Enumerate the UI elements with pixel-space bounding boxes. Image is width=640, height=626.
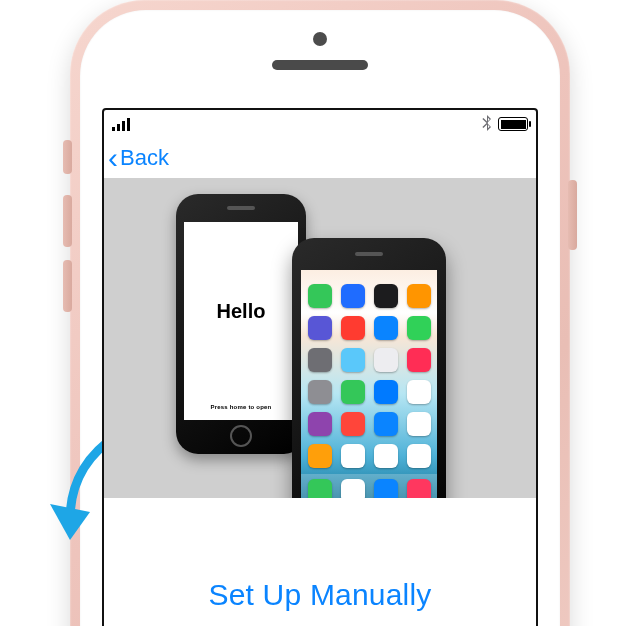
app-icon [374,412,398,436]
status-bar [104,110,536,138]
app-icon [407,348,431,372]
volume-down [63,260,72,312]
status-right [482,115,528,133]
springboard-phone-speaker [355,252,383,256]
app-icon [374,348,398,372]
outer-device-frame: ‹ Back Hello Press home to open [70,0,570,626]
mute-switch [63,140,72,174]
app-icon [374,444,398,468]
hello-phone-screen: Hello Press home to open [184,222,298,420]
app-icon [374,380,398,404]
app-icon [341,444,365,468]
app-icon [308,412,332,436]
bluetooth-icon [482,115,492,133]
app-icon [407,444,431,468]
app-grid [301,280,437,468]
app-icon [407,412,431,436]
hello-phone-home [230,425,252,447]
app-icon [341,284,365,308]
app-icon [341,316,365,340]
app-icon [308,316,332,340]
chevron-left-icon: ‹ [108,143,118,173]
hello-text: Hello [217,300,266,323]
app-icon [374,316,398,340]
manual-area: Set Up Manually [104,498,536,626]
earpiece [272,60,368,70]
cellular-signal-icon [112,117,130,131]
volume-up [63,195,72,247]
hero-illustration: Hello Press home to open [104,178,536,498]
device-screen: ‹ Back Hello Press home to open [102,108,538,626]
press-home-text: Press home to open [211,404,272,410]
springboard-statusbar [301,270,437,280]
app-icon [341,412,365,436]
power-button [568,180,577,250]
app-icon [374,284,398,308]
app-icon [308,348,332,372]
hello-phone-speaker [227,206,255,210]
front-camera [313,32,327,46]
back-label: Back [120,145,169,171]
nav-bar: ‹ Back [104,138,536,178]
app-icon [308,284,332,308]
app-icon [308,444,332,468]
battery-icon [498,117,528,131]
app-icon [341,380,365,404]
springboard-phone-screen [301,270,437,508]
app-icon [407,284,431,308]
app-icon [308,380,332,404]
app-icon [407,316,431,340]
app-icon [341,348,365,372]
set-up-manually-link[interactable]: Set Up Manually [208,578,431,612]
app-icon [407,380,431,404]
back-button[interactable]: ‹ Back [108,143,169,173]
hello-phone: Hello Press home to open [176,194,306,454]
stage: ‹ Back Hello Press home to open [0,0,640,626]
